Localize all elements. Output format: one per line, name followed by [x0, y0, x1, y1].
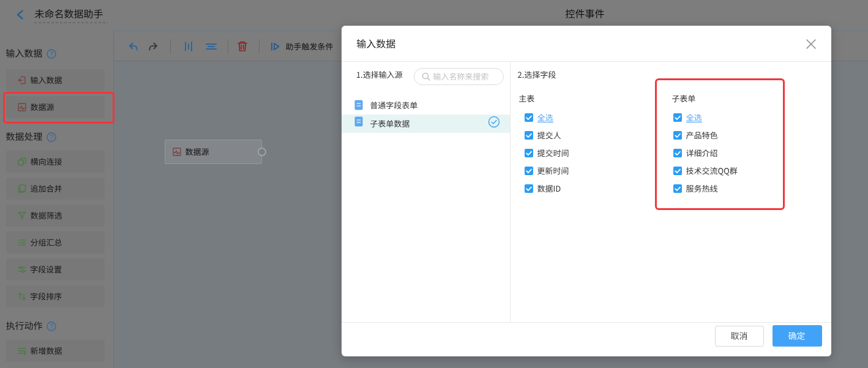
svg-text:?: ?: [50, 323, 53, 330]
svg-text:?: ?: [50, 50, 53, 58]
svg-text:?: ?: [50, 133, 53, 141]
